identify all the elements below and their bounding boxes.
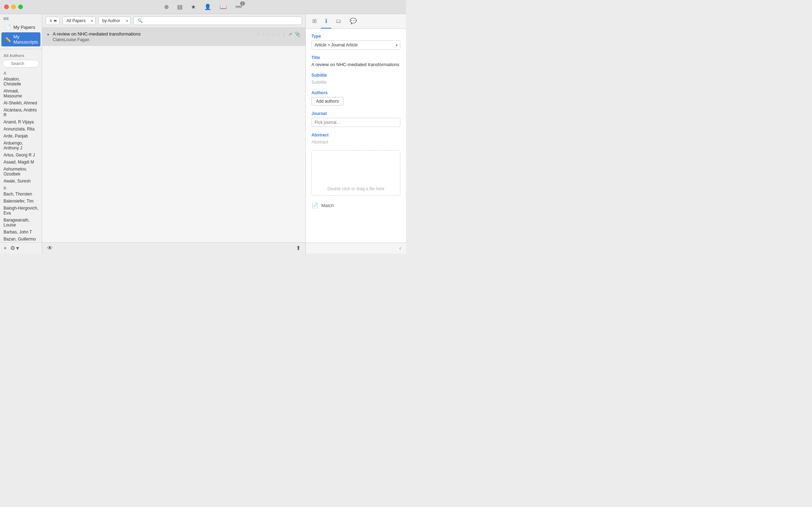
paper-title: A review on NHC-mediated transformations (53, 31, 253, 37)
titlebar: ⊕ ▤ ★ 👤 📖 👓 1 (0, 0, 406, 14)
sidebar-me-label: Me (0, 14, 42, 22)
drop-zone-label: Double click or drag a file here (327, 186, 384, 191)
author-item[interactable]: Barbas, John T (0, 229, 42, 236)
tab-info[interactable]: ℹ (321, 14, 331, 28)
titlebar-icons: ⊕ ▤ ★ 👤 📖 👓 1 (164, 4, 242, 10)
author-item[interactable]: Balogh-Hergovich, Eva (0, 205, 42, 217)
gear-icon: ⚙ (10, 245, 15, 251)
title-value: A review on NHC-mediated transformations (311, 62, 400, 67)
title-label: Title (311, 55, 400, 60)
sidebar-all-authors-label: All Authors (0, 51, 42, 59)
chevron-left-icon[interactable]: ‹ (399, 245, 401, 251)
author-item[interactable]: Ashurmetov, Ozodbek (0, 166, 42, 178)
star-4[interactable]: ☆ (271, 32, 275, 37)
type-select[interactable]: Article > Journal Article Book Conferenc… (311, 40, 400, 50)
center-toolbar: ≡ ▾ All Papers My Papers Favorites by Au… (42, 14, 305, 28)
star-icon[interactable]: ★ (191, 4, 196, 10)
paper-search-input[interactable] (134, 17, 302, 25)
author-item[interactable]: Asaad, Magdi M (0, 159, 42, 166)
author-item[interactable]: Arduengo, Anthony J (0, 140, 42, 152)
author-item[interactable]: Bach, Thorsten (0, 191, 42, 198)
journal-field: Journal (311, 111, 400, 127)
type-select-wrap: Article > Journal Article Book Conferenc… (311, 40, 400, 50)
right-panel: ⊞ ℹ 🗂 💬 Type Article > Journal Article B… (306, 14, 406, 254)
attachment-icon[interactable]: 📎 (295, 31, 301, 37)
author-item[interactable]: Al-Sheikh, Ahmed (0, 100, 42, 107)
type-field: Type Article > Journal Article Book Conf… (311, 34, 400, 50)
journal-label: Journal (311, 111, 400, 116)
author-item[interactable]: Absalon, Christelle (0, 76, 42, 88)
document-icon: 📄 (5, 24, 11, 30)
by-author-select-wrap: by Author by Title by Date by Journal (98, 17, 131, 25)
subtitle-label: Subtitle (311, 73, 400, 78)
right-bottom: ‹ (306, 243, 406, 254)
paper-info: A review on NHC-mediated transformations… (53, 31, 253, 42)
paper-list: ● A review on NHC-mediated transformatio… (42, 28, 305, 242)
menu-button[interactable]: ≡ ▾ (46, 17, 60, 25)
sidebar: Me 📄 My Papers ✏️ My Manuscripts All Aut… (0, 14, 42, 254)
match-row[interactable]: 📄 Match (311, 200, 400, 211)
author-item[interactable]: Annunziata, Rita (0, 126, 42, 133)
journal-input[interactable] (311, 118, 400, 127)
main-layout: Me 📄 My Papers ✏️ My Manuscripts All Aut… (0, 14, 406, 254)
author-search-input[interactable] (3, 60, 39, 68)
paper-bullet-icon: ● (47, 32, 49, 36)
author-group-b: B (0, 185, 42, 191)
title-field: Title A review on NHC-mediated transform… (311, 55, 400, 67)
author-item[interactable]: Anand, R Vijaya (0, 118, 42, 126)
all-papers-select[interactable]: All Papers My Papers Favorites (63, 17, 96, 25)
person-icon[interactable]: 👤 (204, 4, 211, 10)
match-label: Match (321, 203, 334, 208)
settings-button[interactable]: ⚙ ▾ (10, 245, 19, 251)
by-author-select[interactable]: by Author by Title by Date by Journal (98, 17, 131, 25)
add-authors-button[interactable]: Add authors (311, 97, 343, 105)
author-item[interactable]: Ahmadi, Masoume (0, 88, 42, 100)
share-icon[interactable]: ⇗ (288, 31, 292, 37)
notification-badge: 1 (240, 1, 245, 6)
center-panel: ≡ ▾ All Papers My Papers Favorites by Au… (42, 14, 306, 254)
author-item[interactable]: Artus, Georg R J (0, 152, 42, 159)
star-2[interactable]: ☆ (261, 32, 265, 37)
star-3[interactable]: ☆ (266, 32, 270, 37)
sidebar-item-my-papers[interactable]: 📄 My Papers (1, 23, 40, 32)
sidebar-item-my-manuscripts[interactable]: ✏️ My Manuscripts (1, 32, 40, 46)
author-item[interactable]: Bazan, Guillermo C (0, 236, 42, 242)
export-icon[interactable]: ⬆ (296, 245, 301, 251)
author-item[interactable]: Alcántara, Andrés R (0, 107, 42, 118)
paper-item[interactable]: ● A review on NHC-mediated transformatio… (42, 28, 305, 46)
file-drop-zone[interactable]: Double click or drag a file here (311, 150, 400, 196)
center-bottom: 👁 ⬆ (42, 242, 305, 254)
traffic-lights (4, 5, 23, 9)
menu-button-wrap: ≡ ▾ (46, 17, 60, 25)
close-button[interactable] (4, 5, 9, 9)
glasses-icon[interactable]: 👓 1 (235, 4, 242, 10)
author-item[interactable]: Baragwanath, Louise (0, 217, 42, 229)
preview-icon[interactable]: 👁 (47, 245, 53, 251)
tab-folder[interactable]: 🗂 (331, 14, 346, 28)
right-tabs: ⊞ ℹ 🗂 💬 (306, 14, 406, 29)
authors-field: Authors Add authors (311, 90, 400, 105)
author-item[interactable]: Arde, Panjab (0, 133, 42, 140)
star-1[interactable]: ☆ (256, 32, 260, 37)
book-icon[interactable]: 📖 (220, 4, 227, 10)
tab-grid[interactable]: ⊞ (308, 14, 321, 28)
authors-label: Authors (311, 90, 400, 95)
notes-icon[interactable]: ▤ (177, 4, 182, 10)
abstract-value: Abstract (311, 139, 400, 145)
right-content: Type Article > Journal Article Book Conf… (306, 29, 406, 243)
author-item[interactable]: Awale, Suresh (0, 178, 42, 185)
search-plus-icon[interactable]: ⊕ (164, 4, 169, 10)
minimize-button[interactable] (11, 5, 16, 9)
star-rating: ☆ ☆ ☆ ☆ ☆ (256, 32, 280, 37)
maximize-button[interactable] (18, 5, 23, 9)
subtitle-value: Subtitle (311, 79, 400, 85)
sidebar-divider (0, 49, 42, 49)
add-author-button[interactable]: + (4, 245, 7, 251)
paper-author: ClaireLouise Fagan (53, 37, 253, 42)
author-item[interactable]: Balensiefer, Tim (0, 198, 42, 205)
abstract-label: Abstract (311, 133, 400, 137)
sidebar-bottom: + ⚙ ▾ (0, 242, 42, 254)
subtitle-field: Subtitle Subtitle (311, 73, 400, 85)
star-5[interactable]: ☆ (276, 32, 280, 37)
tab-comment[interactable]: 💬 (346, 14, 361, 28)
